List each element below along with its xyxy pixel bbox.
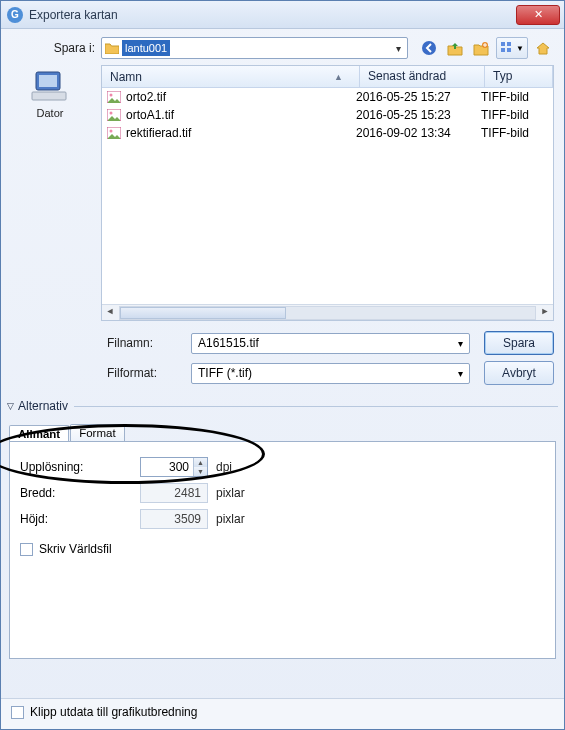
- spin-up-icon[interactable]: ▲: [193, 458, 207, 467]
- svg-point-0: [422, 41, 436, 55]
- home-button[interactable]: [532, 37, 554, 59]
- pixels-unit: pixlar: [216, 512, 245, 526]
- nav-toolbar: ▼: [418, 37, 554, 59]
- checkbox-box: [11, 706, 24, 719]
- titlebar: G Exportera kartan ✕: [1, 1, 564, 29]
- clip-output-label: Klipp utdata till grafikutbredning: [30, 705, 197, 719]
- checkbox-box: [20, 543, 33, 556]
- filename-value: A161515.tif: [198, 336, 259, 350]
- column-name[interactable]: Namn▲: [102, 66, 360, 87]
- svg-rect-7: [39, 75, 57, 87]
- cancel-button[interactable]: Avbryt: [484, 361, 554, 385]
- svg-point-12: [110, 112, 113, 115]
- horizontal-scrollbar[interactable]: ◄ ►: [102, 304, 553, 320]
- svg-rect-3: [507, 42, 511, 46]
- computer-label: Dator: [11, 107, 89, 119]
- file-row[interactable]: rektifierad.tif 2016-09-02 13:34 TIFF-bi…: [102, 124, 553, 142]
- tab-general[interactable]: Allmänt: [9, 425, 69, 442]
- svg-rect-2: [501, 42, 505, 46]
- folder-icon: [104, 40, 120, 56]
- save-in-label: Spara i:: [11, 41, 101, 55]
- dialog-window: G Exportera kartan ✕ Spara i: lantu001 ▾: [0, 0, 565, 730]
- file-browser-pane: Spara i: lantu001 ▾: [1, 29, 564, 395]
- resolution-input[interactable]: 300 ▲ ▼: [140, 457, 208, 477]
- worldfile-label: Skriv Världsfil: [39, 542, 112, 556]
- width-label: Bredd:: [20, 486, 140, 500]
- resolution-label: Upplösning:: [20, 460, 140, 474]
- dpi-unit: dpi: [216, 460, 232, 474]
- computer-icon[interactable]: [29, 69, 71, 105]
- column-type[interactable]: Typ: [485, 66, 553, 87]
- scroll-thumb[interactable]: [120, 307, 286, 319]
- file-list: Namn▲ Senast ändrad Typ orto2.tif 2016-0…: [101, 65, 554, 321]
- app-icon: G: [7, 7, 23, 23]
- chevron-down-icon: ▾: [458, 338, 463, 349]
- image-file-icon: [106, 108, 122, 122]
- alternative-label: Alternativ: [18, 399, 68, 413]
- svg-point-10: [110, 94, 113, 97]
- resolution-value: 300: [141, 460, 193, 474]
- chevron-down-icon: ▾: [392, 43, 405, 54]
- collapse-icon: ▽: [7, 401, 14, 411]
- height-label: Höjd:: [20, 512, 140, 526]
- filename-label: Filnamn:: [101, 336, 191, 350]
- alternative-separator[interactable]: ▽ Alternativ: [7, 399, 558, 413]
- filename-input[interactable]: A161515.tif ▾: [191, 333, 470, 354]
- back-button[interactable]: [418, 37, 440, 59]
- image-file-icon: [106, 126, 122, 140]
- scroll-track[interactable]: [119, 306, 536, 320]
- sort-asc-icon: ▲: [334, 72, 343, 82]
- window-title: Exportera kartan: [29, 8, 516, 22]
- fileformat-value: TIFF (*.tif): [198, 366, 252, 380]
- file-row[interactable]: ortoA1.tif 2016-05-25 15:23 TIFF-bild: [102, 106, 553, 124]
- options-tabs: Allmänt Format Upplösning: 300 ▲ ▼ dpi B…: [9, 421, 556, 659]
- tab-general-body: Upplösning: 300 ▲ ▼ dpi Bredd: 2481 pixl…: [9, 441, 556, 659]
- new-folder-button[interactable]: [470, 37, 492, 59]
- file-row[interactable]: orto2.tif 2016-05-25 15:27 TIFF-bild: [102, 88, 553, 106]
- svg-point-14: [110, 130, 113, 133]
- scroll-right-icon[interactable]: ►: [537, 306, 553, 320]
- svg-rect-4: [501, 48, 505, 52]
- image-file-icon: [106, 90, 122, 104]
- column-modified[interactable]: Senast ändrad: [360, 66, 485, 87]
- svg-rect-8: [32, 92, 66, 100]
- scroll-left-icon[interactable]: ◄: [102, 306, 118, 320]
- chevron-down-icon: ▾: [458, 368, 463, 379]
- clip-output-checkbox[interactable]: Klipp utdata till grafikutbredning: [11, 705, 197, 719]
- view-menu-button[interactable]: ▼: [496, 37, 528, 59]
- close-button[interactable]: ✕: [516, 5, 560, 25]
- dialog-footer: Klipp utdata till grafikutbredning: [1, 698, 564, 729]
- width-value: 2481: [140, 483, 208, 503]
- save-button[interactable]: Spara: [484, 331, 554, 355]
- fileformat-label: Filformat:: [101, 366, 191, 380]
- fileformat-select[interactable]: TIFF (*.tif) ▾: [191, 363, 470, 384]
- places-sidebar: Dator: [11, 65, 89, 119]
- spin-down-icon[interactable]: ▼: [193, 467, 207, 476]
- save-in-combo[interactable]: lantu001 ▾: [101, 37, 408, 59]
- worldfile-checkbox[interactable]: Skriv Världsfil: [20, 542, 545, 556]
- svg-rect-5: [507, 48, 511, 52]
- file-list-header: Namn▲ Senast ändrad Typ: [102, 66, 553, 88]
- up-button[interactable]: [444, 37, 466, 59]
- pixels-unit: pixlar: [216, 486, 245, 500]
- height-value: 3509: [140, 509, 208, 529]
- tab-format[interactable]: Format: [70, 424, 124, 441]
- save-in-value: lantu001: [122, 40, 170, 56]
